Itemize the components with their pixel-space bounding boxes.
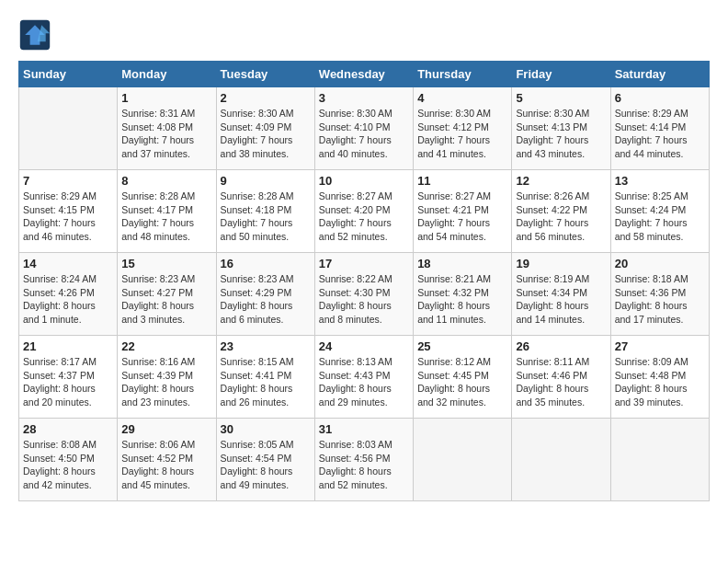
day-info: Sunrise: 8:22 AM Sunset: 4:30 PM Dayligh… — [319, 272, 409, 327]
day-number: 8 — [121, 174, 211, 188]
day-number: 17 — [319, 257, 409, 270]
day-number: 12 — [516, 174, 606, 188]
calendar-cell: 15Sunrise: 8:23 AM Sunset: 4:27 PM Dayli… — [118, 253, 216, 336]
day-info: Sunrise: 8:30 AM Sunset: 4:12 PM Dayligh… — [417, 107, 507, 161]
day-info: Sunrise: 8:06 AM Sunset: 4:52 PM Dayligh… — [121, 438, 211, 492]
day-info: Sunrise: 8:31 AM Sunset: 4:08 PM Dayligh… — [121, 107, 211, 161]
calendar-cell: 5Sunrise: 8:30 AM Sunset: 4:13 PM Daylig… — [512, 87, 610, 170]
calendar-cell — [19, 87, 118, 170]
day-info: Sunrise: 8:21 AM Sunset: 4:32 PM Dayligh… — [417, 272, 507, 327]
calendar-day-header: Sunday — [19, 62, 118, 87]
calendar-cell: 26Sunrise: 8:11 AM Sunset: 4:46 PM Dayli… — [512, 336, 610, 419]
logo-icon — [18, 18, 51, 52]
day-info: Sunrise: 8:23 AM Sunset: 4:27 PM Dayligh… — [121, 272, 211, 327]
page-header — [18, 18, 710, 52]
calendar-cell: 28Sunrise: 8:08 AM Sunset: 4:50 PM Dayli… — [19, 419, 118, 501]
calendar-cell: 19Sunrise: 8:19 AM Sunset: 4:34 PM Dayli… — [512, 253, 610, 336]
calendar-cell: 3Sunrise: 8:30 AM Sunset: 4:10 PM Daylig… — [314, 87, 413, 170]
day-info: Sunrise: 8:08 AM Sunset: 4:50 PM Dayligh… — [23, 438, 113, 492]
calendar-header-row: SundayMondayTuesdayWednesdayThursdayFrid… — [19, 62, 710, 87]
calendar-cell: 21Sunrise: 8:17 AM Sunset: 4:37 PM Dayli… — [19, 336, 118, 419]
day-info: Sunrise: 8:03 AM Sunset: 4:56 PM Dayligh… — [319, 438, 409, 492]
day-info: Sunrise: 8:25 AM Sunset: 4:24 PM Dayligh… — [615, 190, 705, 244]
calendar-cell: 2Sunrise: 8:30 AM Sunset: 4:09 PM Daylig… — [216, 87, 314, 170]
calendar-day-header: Wednesday — [314, 62, 413, 87]
logo — [18, 18, 57, 52]
calendar-cell: 11Sunrise: 8:27 AM Sunset: 4:21 PM Dayli… — [414, 170, 512, 253]
calendar-cell: 12Sunrise: 8:26 AM Sunset: 4:22 PM Dayli… — [512, 170, 610, 253]
calendar-cell — [512, 419, 610, 501]
day-number: 10 — [319, 174, 409, 188]
calendar-cell: 27Sunrise: 8:09 AM Sunset: 4:48 PM Dayli… — [610, 336, 709, 419]
day-number: 16 — [221, 257, 311, 270]
calendar-cell: 25Sunrise: 8:12 AM Sunset: 4:45 PM Dayli… — [414, 336, 512, 419]
day-number: 1 — [121, 91, 211, 105]
day-info: Sunrise: 8:30 AM Sunset: 4:13 PM Dayligh… — [516, 107, 606, 161]
calendar-cell: 14Sunrise: 8:24 AM Sunset: 4:26 PM Dayli… — [19, 253, 118, 336]
day-number: 2 — [221, 91, 311, 105]
calendar-day-header: Friday — [512, 62, 610, 87]
calendar-day-header: Thursday — [414, 62, 512, 87]
day-info: Sunrise: 8:15 AM Sunset: 4:41 PM Dayligh… — [221, 355, 311, 409]
calendar-cell: 17Sunrise: 8:22 AM Sunset: 4:30 PM Dayli… — [314, 253, 413, 336]
day-info: Sunrise: 8:27 AM Sunset: 4:21 PM Dayligh… — [417, 190, 507, 244]
day-info: Sunrise: 8:12 AM Sunset: 4:45 PM Dayligh… — [417, 355, 507, 409]
day-number: 6 — [615, 91, 705, 105]
day-number: 7 — [23, 174, 113, 188]
calendar-header: SundayMondayTuesdayWednesdayThursdayFrid… — [19, 62, 710, 87]
calendar-body: 1Sunrise: 8:31 AM Sunset: 4:08 PM Daylig… — [19, 87, 710, 501]
day-number: 19 — [516, 257, 606, 270]
calendar-week-row: 1Sunrise: 8:31 AM Sunset: 4:08 PM Daylig… — [19, 87, 710, 170]
calendar-cell: 23Sunrise: 8:15 AM Sunset: 4:41 PM Dayli… — [216, 336, 314, 419]
calendar-week-row: 14Sunrise: 8:24 AM Sunset: 4:26 PM Dayli… — [19, 253, 710, 336]
day-number: 23 — [221, 339, 311, 353]
calendar-cell: 22Sunrise: 8:16 AM Sunset: 4:39 PM Dayli… — [118, 336, 216, 419]
calendar-cell: 9Sunrise: 8:28 AM Sunset: 4:18 PM Daylig… — [216, 170, 314, 253]
calendar-cell: 29Sunrise: 8:06 AM Sunset: 4:52 PM Dayli… — [118, 419, 216, 501]
calendar-cell: 31Sunrise: 8:03 AM Sunset: 4:56 PM Dayli… — [314, 419, 413, 501]
day-number: 9 — [221, 174, 311, 188]
day-info: Sunrise: 8:23 AM Sunset: 4:29 PM Dayligh… — [221, 272, 311, 327]
day-number: 5 — [516, 91, 606, 105]
day-number: 24 — [319, 339, 409, 353]
day-info: Sunrise: 8:30 AM Sunset: 4:10 PM Dayligh… — [319, 107, 409, 161]
calendar-day-header: Saturday — [610, 62, 709, 87]
day-info: Sunrise: 8:29 AM Sunset: 4:15 PM Dayligh… — [23, 190, 113, 244]
day-number: 15 — [121, 257, 211, 270]
calendar-day-header: Monday — [118, 62, 216, 87]
day-number: 3 — [319, 91, 409, 105]
day-number: 20 — [615, 257, 705, 270]
day-number: 29 — [121, 422, 211, 436]
calendar-cell: 20Sunrise: 8:18 AM Sunset: 4:36 PM Dayli… — [610, 253, 709, 336]
calendar-week-row: 7Sunrise: 8:29 AM Sunset: 4:15 PM Daylig… — [19, 170, 710, 253]
calendar-cell: 7Sunrise: 8:29 AM Sunset: 4:15 PM Daylig… — [19, 170, 118, 253]
day-number: 11 — [417, 174, 507, 188]
day-number: 30 — [221, 422, 311, 436]
day-number: 18 — [417, 257, 507, 270]
calendar-cell: 4Sunrise: 8:30 AM Sunset: 4:12 PM Daylig… — [414, 87, 512, 170]
calendar-cell: 10Sunrise: 8:27 AM Sunset: 4:20 PM Dayli… — [314, 170, 413, 253]
day-info: Sunrise: 8:09 AM Sunset: 4:48 PM Dayligh… — [615, 355, 705, 409]
day-info: Sunrise: 8:24 AM Sunset: 4:26 PM Dayligh… — [23, 272, 113, 327]
day-info: Sunrise: 8:19 AM Sunset: 4:34 PM Dayligh… — [516, 272, 606, 327]
calendar-cell: 13Sunrise: 8:25 AM Sunset: 4:24 PM Dayli… — [610, 170, 709, 253]
day-info: Sunrise: 8:13 AM Sunset: 4:43 PM Dayligh… — [319, 355, 409, 409]
day-number: 14 — [23, 257, 113, 270]
calendar-cell: 30Sunrise: 8:05 AM Sunset: 4:54 PM Dayli… — [216, 419, 314, 501]
day-info: Sunrise: 8:18 AM Sunset: 4:36 PM Dayligh… — [615, 272, 705, 327]
calendar-cell: 6Sunrise: 8:29 AM Sunset: 4:14 PM Daylig… — [610, 87, 709, 170]
day-info: Sunrise: 8:16 AM Sunset: 4:39 PM Dayligh… — [121, 355, 211, 409]
calendar-cell: 18Sunrise: 8:21 AM Sunset: 4:32 PM Dayli… — [414, 253, 512, 336]
day-number: 28 — [23, 422, 113, 436]
day-info: Sunrise: 8:29 AM Sunset: 4:14 PM Dayligh… — [615, 107, 705, 161]
calendar-cell: 1Sunrise: 8:31 AM Sunset: 4:08 PM Daylig… — [118, 87, 216, 170]
day-number: 4 — [417, 91, 507, 105]
day-number: 27 — [615, 339, 705, 353]
calendar-cell — [414, 419, 512, 501]
day-info: Sunrise: 8:11 AM Sunset: 4:46 PM Dayligh… — [516, 355, 606, 409]
calendar-cell: 8Sunrise: 8:28 AM Sunset: 4:17 PM Daylig… — [118, 170, 216, 253]
calendar-day-header: Tuesday — [216, 62, 314, 87]
day-number: 21 — [23, 339, 113, 353]
calendar-cell: 24Sunrise: 8:13 AM Sunset: 4:43 PM Dayli… — [314, 336, 413, 419]
day-info: Sunrise: 8:27 AM Sunset: 4:20 PM Dayligh… — [319, 190, 409, 244]
